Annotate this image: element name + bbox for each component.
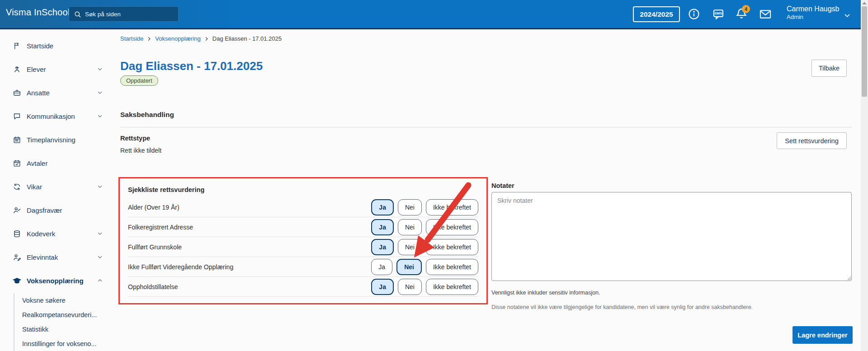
- global-search[interactable]: [69, 6, 179, 22]
- checklist-option-group: JaNeiIkke bekreftet: [371, 279, 478, 295]
- search-icon: [74, 10, 81, 18]
- option-button-ja[interactable]: Ja: [371, 199, 394, 215]
- option-button-nei[interactable]: Nei: [398, 199, 422, 215]
- sidebar-item-kodeverk[interactable]: Kodeverk: [0, 222, 113, 245]
- user-name: Carmen Haugsb: [787, 5, 840, 14]
- checklist-rows: Alder (Over 19 År)JaNeiIkke bekreftetFol…: [128, 197, 478, 297]
- checklist-row-label: Ikke Fullført Videregående Opplæring: [128, 263, 233, 271]
- sidebar-subnav: Voksne søkereRealkompetansevurderi...Sta…: [14, 293, 113, 351]
- user-edit-icon: [13, 253, 21, 262]
- scrollbar-thumb[interactable]: [862, 6, 867, 97]
- search-input[interactable]: [85, 11, 166, 18]
- chevron-down-icon[interactable]: [843, 11, 852, 20]
- main-content: StartsideVoksenopplæringDag Eliassen - 1…: [113, 29, 861, 351]
- option-button-nei[interactable]: Nei: [396, 259, 422, 275]
- chevron-right-icon: [204, 36, 209, 42]
- notes-textarea[interactable]: [491, 192, 852, 281]
- sidebar-item-kommunikasjon[interactable]: Kommunikasjon: [0, 104, 113, 128]
- notifications-bell-icon[interactable]: 4: [735, 7, 748, 20]
- option-button-ikke-bekreftet[interactable]: Ikke bekreftet: [426, 279, 478, 295]
- chevron-down-icon: [97, 113, 103, 119]
- school-year-selector[interactable]: 2024/2025: [633, 6, 680, 22]
- sidebar-item-label: Voksenopplæring: [27, 277, 84, 285]
- option-button-nei[interactable]: Nei: [398, 239, 422, 255]
- checklist-row-label: Alder (Over 19 År): [128, 204, 179, 211]
- sidebar-subitem-realkompetansevurderi-[interactable]: Realkompetansevurderi...: [14, 308, 113, 322]
- info-icon[interactable]: [688, 8, 700, 20]
- flag-icon: [13, 42, 21, 50]
- graduation-cap-icon: [13, 276, 21, 285]
- sidebar-item-label: Kodeverk: [27, 230, 55, 238]
- option-button-ikke-bekreftet[interactable]: Ikke bekreftet: [426, 259, 478, 275]
- section-divider: [120, 127, 852, 127]
- rettstype-label: Rettstype: [120, 135, 150, 142]
- breadcrumb-link[interactable]: Startside: [120, 35, 143, 42]
- sidebar-item-timeplanvisning[interactable]: Timeplanvisning: [0, 128, 113, 151]
- chevron-down-icon: [97, 230, 103, 237]
- sidebar-item-label: Elever: [27, 66, 46, 73]
- sidebar-item-label: Timeplanvisning: [27, 136, 75, 144]
- option-button-ikke-bekreftet[interactable]: Ikke bekreftet: [426, 219, 478, 235]
- sidebar-item-avtaler[interactable]: Avtaler: [0, 151, 113, 175]
- sidebar-item-label: Kommunikasjon: [27, 112, 75, 120]
- student-icon: [13, 65, 21, 74]
- option-button-nei[interactable]: Nei: [398, 279, 422, 295]
- checklist-highlight-box: Sjekkliste rettsvurdering Alder (Over 19…: [118, 177, 488, 304]
- messages-envelope-icon[interactable]: [759, 8, 772, 21]
- breadcrumb-link[interactable]: Voksenopplæring: [155, 35, 200, 42]
- sms-icon[interactable]: SMS: [712, 8, 725, 20]
- checklist-option-group: JaNeiIkke bekreftet: [371, 199, 478, 215]
- scrollbar-up-arrow-icon[interactable]: [862, 2, 867, 5]
- user-role: Admin: [787, 14, 840, 21]
- sidebar-item-vikar[interactable]: Vikar: [0, 175, 113, 198]
- refresh-icon: [13, 183, 21, 191]
- set-rettsvurdering-button[interactable]: Sett rettsvurdering: [777, 132, 847, 149]
- option-button-ja[interactable]: Ja: [371, 279, 394, 295]
- checklist-row: OppholdstillatelseJaNeiIkke bekreftet: [128, 277, 478, 297]
- sidebar-subitem-statistikk[interactable]: Statistikk: [14, 322, 113, 337]
- sidebar-item-ansatte[interactable]: Ansatte: [0, 81, 113, 104]
- calendar-icon: [13, 136, 21, 144]
- breadcrumb-current: Dag Eliassen - 17.01.2025: [212, 35, 282, 42]
- checklist-row-label: Folkeregistrert Adresse: [128, 224, 193, 231]
- save-changes-button[interactable]: Lagre endringer: [793, 326, 853, 344]
- sidebar-navigation: StartsideEleverAnsatteKommunikasjonTimep…: [0, 29, 113, 351]
- checklist-row: Folkeregistrert AdresseJaNeiIkke bekreft…: [128, 217, 478, 237]
- sidebar-subitem-innstillinger-for-vokseno-[interactable]: Innstillinger for vokseno...: [14, 337, 113, 351]
- checklist-heading: Sjekkliste rettsvurdering: [128, 186, 478, 193]
- case-section-heading: Saksbehandling: [120, 111, 174, 119]
- sidebar-item-dagsfrav-r[interactable]: Dagsfravær: [0, 198, 113, 222]
- status-badge: Oppdatert: [120, 75, 158, 86]
- notification-count-badge: 4: [742, 5, 750, 13]
- checklist-option-group: JaNeiIkke bekreftet: [371, 239, 478, 255]
- svg-text:SMS: SMS: [715, 11, 722, 15]
- database-icon: [13, 229, 21, 238]
- sidebar-item-voksenoppl-ring[interactable]: Voksenopplæring: [0, 269, 113, 292]
- option-button-nei[interactable]: Nei: [398, 219, 422, 235]
- option-button-ikke-bekreftet[interactable]: Ikke bekreftet: [426, 239, 478, 255]
- sidebar-item-elever[interactable]: Elever: [0, 57, 113, 81]
- app-logo[interactable]: Visma InSchool: [6, 7, 70, 18]
- user-menu[interactable]: Carmen Haugsb Admin: [787, 5, 840, 21]
- option-button-ja[interactable]: Ja: [371, 259, 392, 275]
- vertical-scrollbar[interactable]: [861, 0, 868, 351]
- checklist-option-group: JaNeiIkke bekreftet: [371, 219, 478, 235]
- sidebar-item-startside[interactable]: Startside: [0, 34, 113, 57]
- sidebar-subitem-voksne-s-kere[interactable]: Voksne søkere: [14, 293, 113, 308]
- option-button-ja[interactable]: Ja: [371, 239, 394, 255]
- sidebar-item-label: Ansatte: [27, 89, 50, 97]
- sidebar-item-label: Elevinntak: [27, 253, 58, 261]
- sidebar-item-elevinntak[interactable]: Elevinntak: [0, 245, 113, 269]
- chevron-down-icon: [97, 66, 103, 72]
- option-button-ja[interactable]: Ja: [371, 219, 394, 235]
- chevron-down-icon: [97, 89, 103, 96]
- notes-helper-visibility: Disse notatene vil ikke være tilgjengeli…: [491, 304, 753, 310]
- chevron-up-icon: [97, 277, 103, 284]
- back-button[interactable]: Tilbake: [811, 60, 847, 77]
- option-button-ikke-bekreftet[interactable]: Ikke bekreftet: [426, 199, 478, 215]
- chevron-down-icon: [97, 254, 103, 260]
- rettstype-value: Rett ikke tildelt: [120, 147, 161, 154]
- chevron-down-icon: [97, 183, 103, 190]
- chevron-right-icon: [146, 36, 152, 42]
- sidebar-item-label: Vikar: [27, 183, 42, 191]
